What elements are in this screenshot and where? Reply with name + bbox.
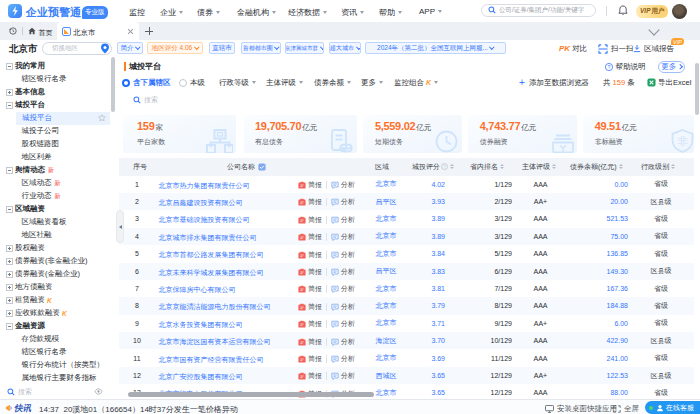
svg-text:?: ? (443, 164, 446, 169)
svg-text:?: ? (608, 64, 611, 70)
svg-text:非: 非 (677, 135, 688, 147)
